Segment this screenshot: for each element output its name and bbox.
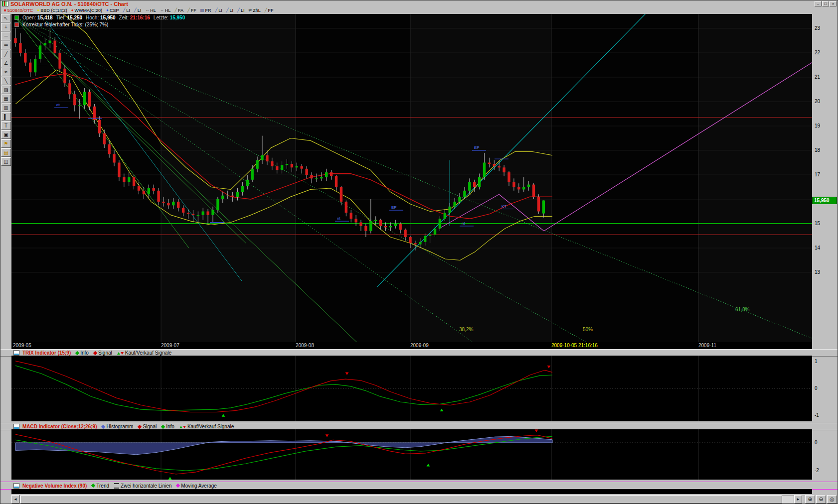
draw-zhl-label: ZhL (253, 8, 261, 13)
trix-chart-canvas[interactable] (11, 356, 812, 421)
toolbar-item-symbol-510840-otc[interactable]: ■510840/OTC (2, 7, 34, 13)
price-axis-label-13: 13 (815, 269, 820, 275)
indicator-wwma-icon: ● (71, 8, 74, 12)
draw-hl-1-label: HL (150, 8, 156, 13)
draw-li-2-icon: ╱ (134, 8, 137, 12)
buy-sell-signals-icon (179, 424, 186, 429)
toolbar-item-draw-zhl[interactable]: ⇄ZhL (247, 7, 262, 13)
toolbar-item-draw-hl-2[interactable]: ↔HL (159, 7, 172, 13)
zeit-label: Zeit: (119, 15, 129, 20)
quote-icon (14, 15, 19, 20)
price-axis-label-23: 23 (815, 25, 820, 31)
parallel-lines-tool[interactable]: ═ (1, 41, 11, 49)
macd-chart-canvas[interactable] (11, 429, 812, 480)
macd-indicator-icon (13, 424, 19, 429)
date-axis-label: 2009-09 (410, 343, 429, 348)
nvi-legend-label: Trend (96, 483, 109, 489)
draw-fr-icon: ▤ (200, 8, 204, 12)
flag-tool[interactable]: ⚑ (1, 139, 11, 148)
toolbar-item-draw-li-4[interactable]: ╱LI (225, 7, 235, 13)
scrollbar-thumb[interactable] (20, 495, 782, 504)
last-price-box: 15,950 (812, 197, 837, 204)
indicator-csp-label: CSP (110, 8, 119, 13)
toolbar-item-draw-fa[interactable]: ╱FA (173, 7, 185, 13)
bar-tool[interactable]: ▍ (1, 113, 11, 121)
crosshair-tool[interactable]: + (1, 23, 11, 31)
draw-li-3-icon: ╱ (215, 8, 217, 12)
chart-window-icon (2, 1, 8, 6)
toolbar-item-draw-ff-1[interactable]: ╱FF (186, 7, 198, 13)
toolbar-item-draw-li-2[interactable]: ╱LI (133, 7, 143, 13)
freehand-tool[interactable]: ≈ (1, 68, 11, 76)
nvi-panel-header[interactable]: Negative Volume Index (90) TrendZwei hor… (0, 482, 838, 490)
nvi-diamond-icon (176, 484, 180, 488)
draw-ff-1-label: FF (191, 8, 196, 13)
svg-text:EP: EP (474, 145, 480, 150)
horizontal-line-tool[interactable]: ─ (1, 32, 11, 40)
toolbar-item-draw-fr[interactable]: ▤FR (199, 7, 213, 13)
toolbar-item-indicator-csp[interactable]: ●CSP (105, 7, 120, 13)
toolbar-item-draw-hl-1[interactable]: ↔HL (144, 7, 158, 13)
hatch-tool[interactable]: ▨ (1, 86, 11, 94)
text-tool[interactable]: T (1, 122, 11, 130)
hoch-label: Hoch: (86, 15, 99, 20)
toolbar-item-draw-li-3[interactable]: ╱LI (213, 7, 223, 13)
toolbar-item-indicator-wwma[interactable]: ●WWMA(C;20) (70, 7, 104, 13)
zoom-out-button[interactable]: ⊖ (816, 495, 826, 504)
box-tool[interactable]: ▣ (1, 130, 11, 139)
grid-tool[interactable]: ▦ (1, 95, 11, 103)
toolbar-item-indicator-bbd[interactable]: ●BBD (C;14;2) (35, 7, 68, 13)
macd-legend: HistogrammSignalInfoKauf/Verkauf Signale (102, 424, 234, 429)
scroll-left-button[interactable]: ◄ (11, 495, 19, 504)
draw-ff-1-icon: ╱ (187, 8, 190, 12)
macd-legend-3: Kauf/Verkauf Signale (179, 424, 234, 429)
toolbar-item-draw-ff-2[interactable]: ╱FF (263, 7, 275, 13)
trix-legend: InfoSignalKauf/Verkauf Signale (76, 350, 171, 356)
angle-tool[interactable]: ∠ (1, 59, 11, 67)
trix-legend-1: Signal (94, 350, 112, 356)
trix-legend-label: Signal (98, 350, 112, 356)
toolbar-item-draw-li-5[interactable]: ╱LI (236, 7, 246, 13)
indicator-bbd-icon: ● (37, 8, 39, 12)
indicator-toolbar: ■510840/OTC●BBD (C;14;2)●WWMA(C;20)●CSP╱… (0, 7, 838, 14)
date-axis-label: 2009-10-05 21:16:16 (551, 343, 598, 348)
columns-tool[interactable]: ▥ (1, 104, 11, 112)
draw-li-1-icon: ╱ (123, 8, 125, 12)
print-tool[interactable]: ◫ (1, 157, 11, 166)
correction-info-line: Korrektur fehlerhafter Ticks: (25%; 7%) (14, 22, 108, 27)
scroll-right-button[interactable]: ► (794, 495, 802, 504)
date-axis-label: 2009-08 (296, 343, 314, 348)
toolbar-item-draw-li-1[interactable]: ╱LI (121, 7, 131, 13)
maximize-button[interactable]: □ (822, 1, 829, 6)
quote-info-line: Open: 15,418 Tief: 15,250 Hoch: 15,950 Z… (14, 15, 185, 20)
correction-text: Korrektur fehlerhafter Ticks: (25%; 7%) (22, 22, 108, 27)
pointer-tool[interactable]: ↖ (1, 14, 11, 22)
price-axis-label-15: 15 (815, 221, 820, 226)
indicator-csp-icon: ● (106, 8, 109, 12)
minimize-button[interactable]: – (815, 1, 822, 6)
draw-ff-2-icon: ╱ (265, 8, 267, 12)
nvi-indicator-icon (13, 483, 19, 489)
close-button[interactable]: × (830, 1, 837, 6)
macd-legend-2: Info (162, 424, 174, 429)
zoom-in-button[interactable]: ⊕ (805, 495, 815, 504)
application-window: SOLARWORLD AG O.N. - 510840/OTC - Chart … (0, 0, 838, 504)
macd-chart-pane (11, 429, 812, 480)
zigzag-tool[interactable]: ╲ (1, 77, 11, 85)
macd-axis-label-1: -2 (815, 468, 819, 473)
note-tool[interactable]: ▤ (1, 148, 11, 157)
zoom-reset-button[interactable]: ◎ (827, 495, 837, 504)
zigzag-tool-icon: ╲ (4, 78, 7, 84)
draw-li-5-label: LI (241, 8, 245, 13)
draw-fr-label: FR (205, 8, 211, 13)
trendline-tool[interactable]: ╱ (1, 50, 11, 58)
text-tool-icon: T (4, 123, 7, 128)
svg-text:nt: nt (337, 216, 340, 221)
date-axis-label: 2009-05 (13, 343, 31, 348)
tief-value: 15,250 (67, 15, 82, 20)
window-title: SOLARWORLD AG O.N. - 510840/OTC - Chart (10, 1, 128, 7)
main-chart-canvas[interactable]: dtntEPntEPKT38,2%50%61,8% (11, 14, 812, 342)
draw-fa-label: FA (178, 8, 183, 13)
draw-zhl-icon: ⇄ (248, 8, 252, 12)
flag-tool-icon: ⚑ (4, 141, 8, 146)
